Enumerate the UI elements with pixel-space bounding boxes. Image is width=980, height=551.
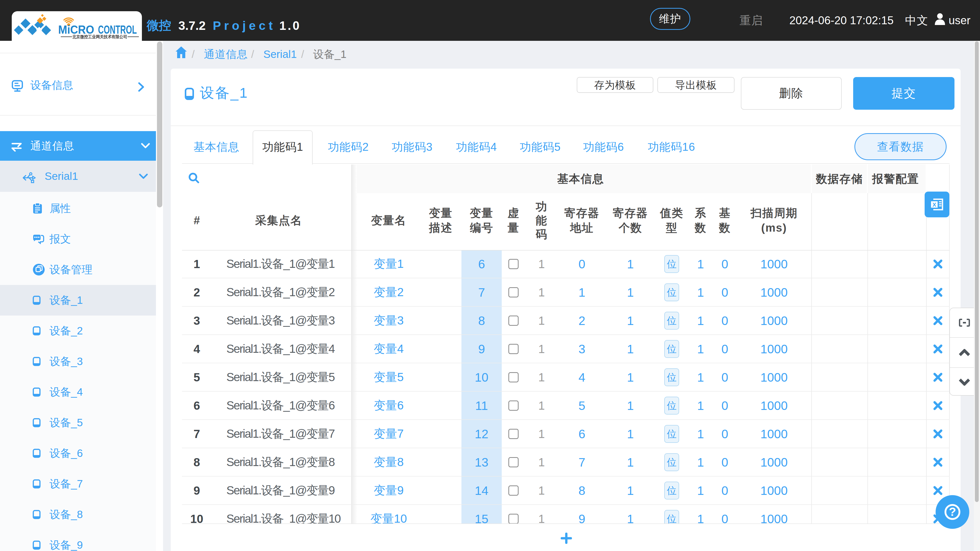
svg-text:北京微控工业网关技术有限公司: 北京微控工业网关技术有限公司	[72, 35, 127, 39]
svg-text:X: X	[932, 202, 936, 208]
